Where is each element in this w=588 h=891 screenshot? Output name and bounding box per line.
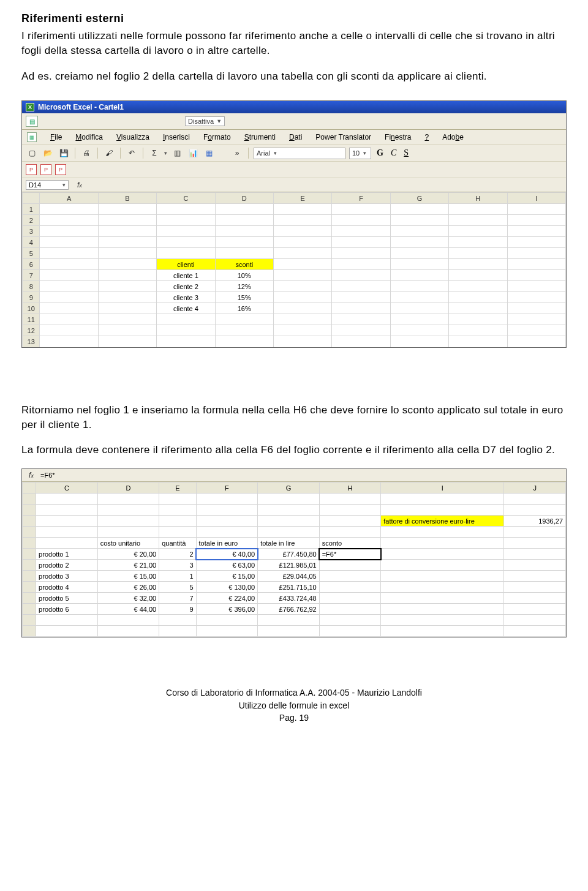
italic-button[interactable]: C <box>389 148 398 158</box>
menu-power-translator[interactable]: Power Translator <box>315 133 371 141</box>
underline-button[interactable]: S <box>402 148 410 158</box>
col-header[interactable]: I <box>507 193 565 204</box>
row-header[interactable]: 8 <box>23 281 40 292</box>
menu-strumenti[interactable]: Strumenti <box>244 133 276 141</box>
cell[interactable]: € 21,00 <box>97 560 159 571</box>
row-header[interactable] <box>23 516 36 527</box>
row-header[interactable]: 13 <box>23 336 40 347</box>
menu-visualizza[interactable]: Visualizza <box>116 133 149 141</box>
chart-icon[interactable]: 📊 <box>187 147 199 159</box>
pdf-export-icon[interactable]: P <box>26 164 37 175</box>
cell[interactable]: 3 <box>159 560 196 571</box>
cell[interactable]: € 20,00 <box>97 549 159 560</box>
cell[interactable]: ₤766.762,92 <box>258 604 320 615</box>
cell[interactable]: prodotto 1 <box>36 549 98 560</box>
cell[interactable]: cliente 1 <box>157 270 215 281</box>
cell[interactable]: cliente 4 <box>157 303 215 314</box>
row-header[interactable] <box>23 538 36 549</box>
cell[interactable]: quantità <box>159 538 196 549</box>
new-icon[interactable]: ▢ <box>26 147 38 159</box>
cell[interactable]: prodotto 4 <box>36 582 98 593</box>
col-header[interactable]: F <box>332 193 390 204</box>
col-header[interactable]: C <box>36 483 98 494</box>
cell[interactable]: prodotto 3 <box>36 571 98 582</box>
disattiva-dropdown[interactable]: Disattiva ▼ <box>185 116 225 126</box>
row-header[interactable]: 1 <box>23 204 40 215</box>
menu-formato[interactable]: Formato <box>203 133 231 141</box>
row-header[interactable] <box>23 604 36 615</box>
col-header[interactable]: D <box>215 193 273 204</box>
fx-icon[interactable]: fx <box>77 181 82 189</box>
row-header[interactable]: 10 <box>23 303 40 314</box>
menu-dati[interactable]: Dati <box>289 133 302 141</box>
menu-finestra[interactable]: Finestra <box>385 133 411 141</box>
spreadsheet-grid-2[interactable]: C D E F G H I J fattore di conversione e… <box>22 482 566 637</box>
cell[interactable]: totale in lire <box>258 538 320 549</box>
col-header[interactable]: H <box>319 483 381 494</box>
spreadsheet-grid-1[interactable]: A B C D E F G H I 1 2 3 4 5 6 clienti sc… <box>22 192 566 347</box>
cell-f6-selected[interactable]: € 40,00 <box>196 549 258 560</box>
row-header[interactable]: 3 <box>23 226 40 237</box>
col-header[interactable]: B <box>98 193 156 204</box>
col-header[interactable]: J <box>504 483 566 494</box>
cell[interactable]: € 15,00 <box>196 571 258 582</box>
row-header[interactable]: 11 <box>23 314 40 325</box>
cell[interactable]: ₤433.724,48 <box>258 593 320 604</box>
sum-icon[interactable]: Σ <box>148 147 160 159</box>
row-header[interactable] <box>23 626 36 637</box>
cell[interactable]: € 26,00 <box>97 582 159 593</box>
cell[interactable]: costo unitario <box>97 538 159 549</box>
cell[interactable]: ₤77.450,80 <box>258 549 320 560</box>
cell[interactable]: € 63,00 <box>196 560 258 571</box>
pdf-mail-icon[interactable]: P <box>40 164 51 175</box>
row-header[interactable] <box>23 593 36 604</box>
cell[interactable]: prodotto 6 <box>36 604 98 615</box>
cell[interactable]: 10% <box>215 270 273 281</box>
pdf-review-icon[interactable]: P <box>55 164 66 175</box>
formula-input[interactable]: =F6* <box>40 472 55 479</box>
cell[interactable]: totale in euro <box>196 538 258 549</box>
col-header[interactable]: A <box>40 193 98 204</box>
select-all-corner[interactable] <box>23 483 36 494</box>
cell[interactable]: sconto <box>319 538 381 549</box>
cell[interactable]: prodotto 2 <box>36 560 98 571</box>
select-all-corner[interactable] <box>23 193 40 204</box>
open-icon[interactable]: 📂 <box>42 147 54 159</box>
table-icon[interactable]: ▦ <box>203 147 215 159</box>
fx-icon[interactable]: fx <box>26 471 37 479</box>
cell[interactable]: € 130,00 <box>196 582 258 593</box>
menu-adobe[interactable]: Adobe <box>442 133 464 141</box>
row-header[interactable] <box>23 582 36 593</box>
col-header[interactable]: G <box>258 483 320 494</box>
row-header[interactable] <box>23 527 36 538</box>
cell[interactable]: prodotto 5 <box>36 593 98 604</box>
document-icon[interactable]: ▤ <box>26 116 38 127</box>
cell[interactable]: € 44,00 <box>97 604 159 615</box>
font-size-select[interactable]: 10 ▾ <box>349 148 371 159</box>
cell[interactable]: fattore di conversione euro-lire <box>381 516 504 527</box>
cell[interactable]: clienti <box>157 259 215 270</box>
row-header[interactable] <box>23 505 36 516</box>
row-header[interactable] <box>23 615 36 626</box>
col-header[interactable]: C <box>157 193 215 204</box>
print-icon[interactable]: 🖨 <box>80 147 92 159</box>
cell[interactable]: € 32,00 <box>97 593 159 604</box>
row-header[interactable]: 7 <box>23 270 40 281</box>
cell-h6-editing[interactable]: =F6* <box>319 549 381 560</box>
cell[interactable]: 1936,27 <box>504 516 566 527</box>
row-header[interactable] <box>23 494 36 505</box>
cell[interactable]: cliente 3 <box>157 292 215 303</box>
row-header[interactable] <box>23 571 36 582</box>
menu-file[interactable]: File <box>50 133 62 141</box>
font-name-select[interactable]: Arial ▾ <box>254 148 345 159</box>
undo-icon[interactable]: ↶ <box>126 147 138 159</box>
cell[interactable]: 2 <box>159 549 196 560</box>
col-header[interactable]: F <box>196 483 258 494</box>
row-header[interactable]: 5 <box>23 248 40 259</box>
menu-modifica[interactable]: Modifica <box>75 133 103 141</box>
col-header[interactable]: H <box>449 193 507 204</box>
chevron-down-icon[interactable]: ▾ <box>164 150 167 156</box>
col-header[interactable]: E <box>273 193 331 204</box>
cell[interactable]: 7 <box>159 593 196 604</box>
format-painter-icon[interactable]: 🖌 <box>103 147 115 159</box>
